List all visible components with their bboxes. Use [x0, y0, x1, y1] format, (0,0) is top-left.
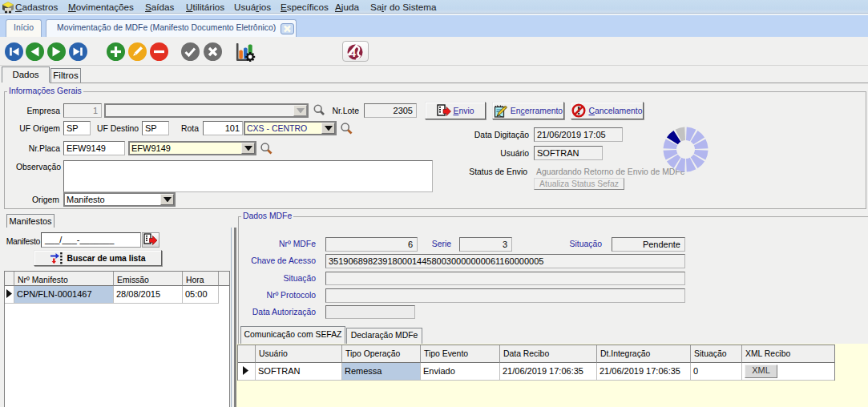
svg-text:4: 4	[349, 46, 356, 59]
